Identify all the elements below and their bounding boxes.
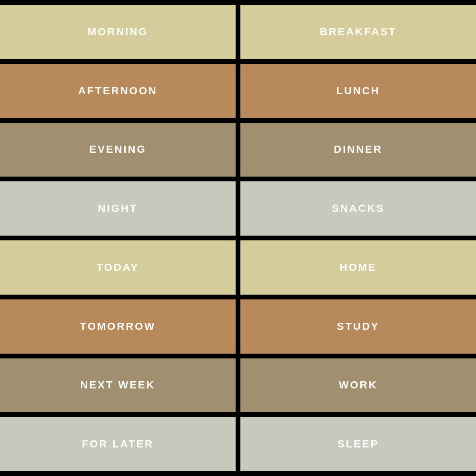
grid-row[interactable]: AFTERNOONLUNCH: [0, 64, 476, 118]
label-home: HOME: [340, 261, 377, 274]
cell-study[interactable]: STUDY: [240, 299, 476, 354]
label-tomorrow: TOMORROW: [80, 320, 156, 333]
cell-next-week[interactable]: NEXT WEEK: [0, 358, 236, 413]
grid-row[interactable]: TOMORROWSTUDY: [0, 299, 476, 354]
column-divider: [236, 417, 240, 471]
cell-home[interactable]: HOME: [240, 240, 476, 295]
label-next-week: NEXT WEEK: [80, 379, 156, 391]
label-dinner: DINNER: [334, 143, 382, 156]
column-divider: [236, 358, 240, 413]
label-study: STUDY: [337, 320, 380, 333]
column-divider: [236, 240, 240, 295]
label-evening: EVENING: [89, 143, 146, 156]
grid-row[interactable]: MORNINGBREAKFAST: [0, 5, 476, 59]
column-divider: [236, 64, 240, 118]
cell-evening[interactable]: EVENING: [0, 123, 236, 177]
cell-afternoon[interactable]: AFTERNOON: [0, 64, 236, 118]
column-divider: [236, 181, 240, 236]
cell-snacks[interactable]: SNACKS: [240, 181, 476, 236]
column-divider: [236, 299, 240, 354]
cell-lunch[interactable]: LUNCH: [240, 64, 476, 118]
cell-breakfast[interactable]: BREAKFAST: [240, 5, 476, 59]
cell-morning[interactable]: MORNING: [0, 5, 236, 59]
cell-night[interactable]: NIGHT: [0, 181, 236, 236]
cell-sleep[interactable]: SLEEP: [240, 417, 476, 471]
label-lunch: LUNCH: [337, 85, 380, 97]
label-night: NIGHT: [98, 202, 138, 215]
label-for-later: FOR LATER: [82, 438, 154, 450]
cell-dinner[interactable]: DINNER: [240, 123, 476, 177]
grid-row[interactable]: NEXT WEEKWORK: [0, 358, 476, 413]
label-work: WORK: [339, 379, 378, 391]
label-breakfast: BREAKFAST: [320, 26, 397, 38]
label-today: TODAY: [97, 261, 139, 274]
grid-row[interactable]: FOR LATERSLEEP: [0, 417, 476, 471]
grid-row[interactable]: NIGHTSNACKS: [0, 181, 476, 236]
label-afternoon: AFTERNOON: [78, 85, 157, 97]
cell-tomorrow[interactable]: TOMORROW: [0, 299, 236, 354]
column-divider: [236, 5, 240, 59]
grid-row[interactable]: TODAYHOME: [0, 240, 476, 295]
cell-today[interactable]: TODAY: [0, 240, 236, 295]
label-sleep: SLEEP: [337, 438, 379, 450]
label-snacks: SNACKS: [332, 202, 385, 215]
main-grid: MORNINGBREAKFASTAFTERNOONLUNCHEVENINGDIN…: [0, 0, 476, 476]
label-morning: MORNING: [88, 26, 148, 38]
cell-for-later[interactable]: FOR LATER: [0, 417, 236, 471]
column-divider: [236, 123, 240, 177]
grid-row[interactable]: EVENINGDINNER: [0, 123, 476, 177]
cell-work[interactable]: WORK: [240, 358, 476, 413]
